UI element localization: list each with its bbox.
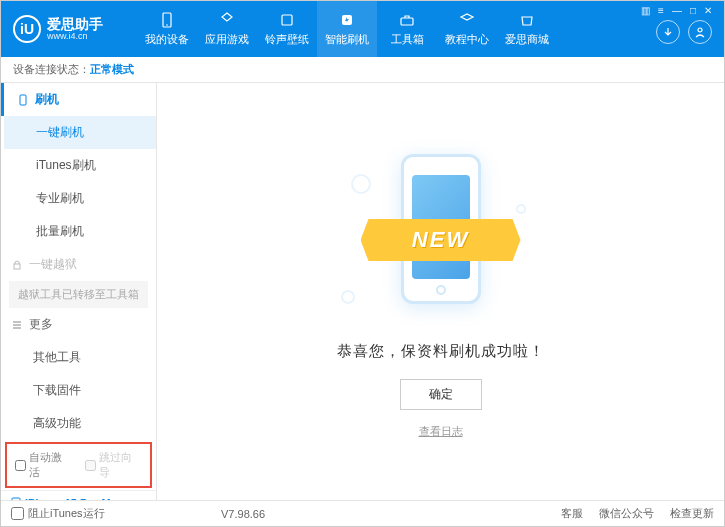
tab-toolbox[interactable]: 工具箱 [377,1,437,57]
device-info: iPhone 15 Pro Max 512GB iPhone [1,490,156,500]
maximize-icon[interactable]: □ [690,5,696,16]
tab-ringtones[interactable]: 铃声壁纸 [257,1,317,57]
tab-apps-games[interactable]: 应用游戏 [197,1,257,57]
sidebar-section-jailbreak[interactable]: 一键越狱 [1,248,156,281]
toolbox-icon [398,11,416,29]
app-title: 爱思助手 [47,17,103,31]
version-label: V7.98.66 [221,508,265,520]
lock-icon [11,259,23,271]
footer-link-support[interactable]: 客服 [561,506,583,521]
status-mode: 正常模式 [90,62,134,77]
ringtone-icon [278,11,296,29]
main-content: NEW 恭喜您，保资料刷机成功啦！ 确定 查看日志 [157,83,724,500]
success-illustration: NEW [371,144,511,324]
download-button[interactable] [656,20,680,44]
svg-rect-2 [282,15,292,25]
block-itunes-checkbox[interactable]: 阻止iTunes运行 [11,506,105,521]
svg-rect-7 [14,264,20,269]
svg-point-1 [166,24,168,26]
svg-rect-6 [20,95,26,105]
status-label: 设备连接状态： [13,62,90,77]
store-icon [518,11,536,29]
user-button[interactable] [688,20,712,44]
sidebar-section-flash[interactable]: 刷机 [1,83,156,116]
status-bar: 设备连接状态： 正常模式 [1,57,724,83]
svg-rect-4 [401,18,413,25]
more-icon [11,319,23,331]
minimize-icon[interactable]: — [672,5,682,16]
svg-point-5 [698,28,702,32]
tab-store[interactable]: 爱思商城 [497,1,557,57]
tutorial-icon [458,11,476,29]
footer-link-update[interactable]: 检查更新 [670,506,714,521]
device-icon [158,11,176,29]
logo-area: iU 爱思助手 www.i4.cn [1,15,137,43]
sidebar-item-download-firmware[interactable]: 下载固件 [1,374,156,407]
view-log-link[interactable]: 查看日志 [419,424,463,439]
app-subtitle: www.i4.cn [47,31,103,42]
tab-tutorials[interactable]: 教程中心 [437,1,497,57]
sidebar: 刷机 一键刷机 iTunes刷机 专业刷机 批量刷机 一键越狱 越狱工具已转移至… [1,83,157,500]
checkbox-auto-activate[interactable]: 自动激活 [15,450,73,480]
ok-button[interactable]: 确定 [400,379,482,410]
nav-tabs: 我的设备 应用游戏 铃声壁纸 智能刷机 工具箱 教程中心 爱思商城 [137,1,557,57]
flash-section-icon [17,94,29,106]
close-icon[interactable]: ✕ [704,5,712,16]
sidebar-item-advanced[interactable]: 高级功能 [1,407,156,440]
app-header: iU 爱思助手 www.i4.cn 我的设备 应用游戏 铃声壁纸 智能刷机 工具… [1,1,724,57]
window-controls: ▥ ≡ — □ ✕ [641,1,716,16]
lock-icon[interactable]: ▥ [641,5,650,16]
sidebar-jailbreak-notice: 越狱工具已转移至工具箱 [9,281,148,308]
logo-icon: iU [13,15,41,43]
footer: 阻止iTunes运行 V7.98.66 客服 微信公众号 检查更新 [1,500,724,526]
checkbox-skip-guide[interactable]: 跳过向导 [85,450,143,480]
sidebar-item-itunes-flash[interactable]: iTunes刷机 [4,149,156,182]
tab-my-device[interactable]: 我的设备 [137,1,197,57]
tab-smart-flash[interactable]: 智能刷机 [317,1,377,57]
flash-icon [338,11,356,29]
sidebar-section-more[interactable]: 更多 [1,308,156,341]
footer-link-wechat[interactable]: 微信公众号 [599,506,654,521]
sidebar-item-oneclick-flash[interactable]: 一键刷机 [4,116,156,149]
sidebar-item-other-tools[interactable]: 其他工具 [1,341,156,374]
sidebar-item-batch-flash[interactable]: 批量刷机 [4,215,156,248]
sidebar-item-pro-flash[interactable]: 专业刷机 [4,182,156,215]
apps-icon [218,11,236,29]
success-message: 恭喜您，保资料刷机成功啦！ [337,342,545,361]
checkbox-row-highlighted: 自动激活 跳过向导 [5,442,152,488]
new-banner: NEW [361,219,521,261]
menu-icon[interactable]: ≡ [658,5,664,16]
